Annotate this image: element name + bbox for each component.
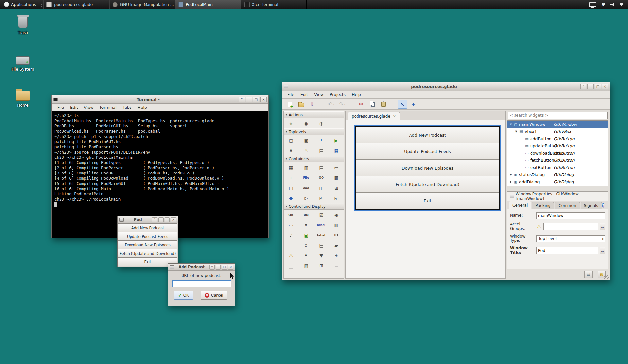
- tree-row-statusDialog[interactable]: ▶▣statusDialogGtkDialog: [507, 171, 608, 178]
- tree-row-mainWindow[interactable]: ▼▢mainWindowGtkWindow: [507, 121, 608, 128]
- tree-row-vbox1[interactable]: ▼▤vbox1GtkVBox: [507, 128, 608, 135]
- shade-button[interactable]: ^: [239, 97, 245, 102]
- pod-button-update-podcast-feeds[interactable]: Update Podcast Feeds: [118, 232, 177, 241]
- pod-button-fetch-update-and-download[interactable]: Fetch (Update and Download): [118, 249, 177, 258]
- selector-icon[interactable]: ↖: [398, 100, 407, 109]
- terminal-titlebar[interactable]: Terminal - ^–□×: [52, 95, 268, 104]
- name-input[interactable]: [536, 212, 605, 219]
- maximize-button[interactable]: □: [222, 265, 227, 270]
- check-button-icon[interactable]: ☑: [314, 210, 329, 220]
- h-scale-icon[interactable]: —: [284, 240, 299, 250]
- desktop-icon-home[interactable]: Home: [7, 88, 39, 108]
- font-selection-dialog-icon[interactable]: A: [284, 145, 299, 156]
- shade-button[interactable]: ^: [580, 84, 586, 89]
- pod-button-add-new-podcast[interactable]: Add New Podcast: [118, 223, 177, 232]
- window-title-input[interactable]: [536, 247, 598, 254]
- tab-general[interactable]: General: [509, 201, 531, 209]
- about-dialog-icon[interactable]: i: [314, 135, 329, 145]
- paste-icon[interactable]: [379, 100, 388, 109]
- accel-label-icon[interactable]: label: [314, 230, 329, 240]
- glade-menu-edit[interactable]: Edit: [297, 91, 311, 98]
- toggle-action-icon[interactable]: ◉: [299, 118, 314, 128]
- hbox-icon[interactable]: ▥: [299, 162, 314, 173]
- minimize-button[interactable]: –: [246, 97, 252, 102]
- frame-icon[interactable]: ▭: [329, 162, 344, 173]
- fixed-icon[interactable]: +: [284, 173, 299, 183]
- taskbar-button-podlocalmain[interactable]: PodLocalMain: [175, 0, 241, 9]
- design-button-download-new-episodes[interactable]: Download New Episodes: [356, 159, 499, 176]
- grid-view-icon[interactable]: ⊞: [314, 260, 329, 271]
- button-icon[interactable]: OK: [284, 210, 299, 220]
- glade-menu-projects[interactable]: Projects: [327, 91, 349, 98]
- image-icon[interactable]: ▣: [299, 230, 314, 240]
- spinner-icon[interactable]: ∗: [329, 250, 344, 260]
- palette-section-containers[interactable]: ▾Containers: [284, 156, 344, 162]
- tab-packing[interactable]: Packing: [532, 202, 554, 209]
- button-box-icon[interactable]: ooo: [299, 183, 314, 193]
- radio-button-icon[interactable]: ◉: [329, 210, 344, 220]
- ok-button[interactable]: ✓ OK: [174, 291, 193, 300]
- close-button[interactable]: ×: [171, 217, 176, 222]
- pod-titlebar[interactable]: Pod ^–□×: [118, 216, 178, 223]
- notebook-icon[interactable]: ▤: [584, 271, 593, 278]
- combo-box-entry-icon[interactable]: ▼: [314, 250, 329, 260]
- progress-bar-icon[interactable]: ▰: [329, 240, 344, 250]
- design-button-add-new-podcast[interactable]: Add New Podcast: [356, 127, 499, 143]
- taskbar-button-podresources-glade[interactable]: podresources.glade: [43, 0, 109, 9]
- panel-splitter[interactable]: [507, 186, 608, 190]
- terminal-menu-view[interactable]: View: [81, 104, 96, 111]
- vbox-icon[interactable]: ▤: [314, 162, 329, 173]
- palette-section-toplevels[interactable]: ▾Toplevels: [284, 128, 344, 135]
- statusbar-icon[interactable]: ▁: [284, 260, 299, 271]
- pod-button-download-new-episodes[interactable]: Download New Episodes: [118, 240, 177, 249]
- window-type-combo[interactable]: Top Level ▴▾: [536, 235, 605, 242]
- maximize-button[interactable]: □: [595, 84, 601, 89]
- resize-grip[interactable]: [604, 275, 609, 279]
- design-button-update-podcast-feeds[interactable]: Update Podcast Feeds: [356, 143, 499, 160]
- tree-row-exitButton[interactable]: ▭exitButtonGtkButton: [507, 164, 608, 171]
- spin-button-icon[interactable]: ↕: [299, 240, 314, 250]
- message-dialog-icon[interactable]: ⚠: [299, 145, 314, 156]
- info-bar-icon[interactable]: ⚠: [284, 250, 299, 260]
- accel-groups-browse-button[interactable]: …: [600, 223, 605, 230]
- scrolled-window-icon[interactable]: ▢: [284, 183, 299, 193]
- text-view-icon[interactable]: ▤: [314, 240, 329, 250]
- file-chooser-dialog-icon[interactable]: ▤: [314, 145, 329, 156]
- tree-row-addDialog[interactable]: ▶▣addDialogGtkDialog: [507, 178, 608, 185]
- dialog-icon[interactable]: ▣: [299, 135, 314, 145]
- table-icon[interactable]: ▦: [284, 162, 299, 173]
- terminal-menu-terminal[interactable]: Terminal: [96, 104, 120, 111]
- design-canvas[interactable]: Add New PodcastUpdate Podcast FeedsDownl…: [346, 120, 505, 278]
- scrollbar-icon[interactable]: ▥: [329, 220, 344, 230]
- tree-expander-icon[interactable]: ▼: [514, 130, 518, 133]
- shade-button[interactable]: ^: [209, 265, 215, 270]
- assistant-icon[interactable]: ▶: [329, 135, 344, 145]
- save-project-icon[interactable]: ⇩: [307, 100, 317, 109]
- close-button[interactable]: ×: [260, 97, 267, 102]
- new-project-icon[interactable]: [285, 100, 295, 109]
- cut-icon[interactable]: ✂: [357, 100, 366, 109]
- combo-stepper-icon[interactable]: ▴▾: [601, 237, 603, 240]
- tree-row-addButton[interactable]: ▭addButtonGtkButton: [507, 135, 608, 142]
- palette-section-control-and-display[interactable]: ▾Control and Display: [284, 203, 344, 210]
- maximize-button[interactable]: □: [253, 97, 259, 102]
- icon-view-icon[interactable]: ⊞: [329, 183, 344, 193]
- shade-button[interactable]: ^: [152, 217, 157, 222]
- add-podcast-titlebar[interactable]: Add Podcast ^–□×: [168, 264, 235, 271]
- tree-row-fetchButton[interactable]: ▭fetchButtonGtkButton: [507, 157, 608, 164]
- design-main-window[interactable]: Add New PodcastUpdate Podcast FeedsDownl…: [355, 126, 500, 210]
- terminal-menu-tabs[interactable]: Tabs: [120, 104, 135, 111]
- minimize-button[interactable]: –: [587, 84, 594, 89]
- window-title-edit-button[interactable]: …: [600, 247, 605, 254]
- tree-row-downloadButton[interactable]: ▭downloadButtonGtkButton: [507, 149, 608, 157]
- action-icon[interactable]: ◈: [284, 118, 299, 128]
- applications-menu[interactable]: Applications: [0, 0, 40, 9]
- menu-bar-icon[interactable]: File: [299, 173, 314, 183]
- volume-button-icon[interactable]: ♪: [284, 230, 299, 240]
- terminal-menu-edit[interactable]: Edit: [67, 104, 81, 111]
- display-icon[interactable]: [589, 2, 596, 7]
- design-button-fetch-update-and-download[interactable]: Fetch (Update and Download): [356, 176, 499, 193]
- accel-groups-input[interactable]: [543, 223, 598, 230]
- color-selection-dialog-icon[interactable]: ▦: [329, 145, 344, 156]
- tab-common[interactable]: Common: [555, 202, 580, 209]
